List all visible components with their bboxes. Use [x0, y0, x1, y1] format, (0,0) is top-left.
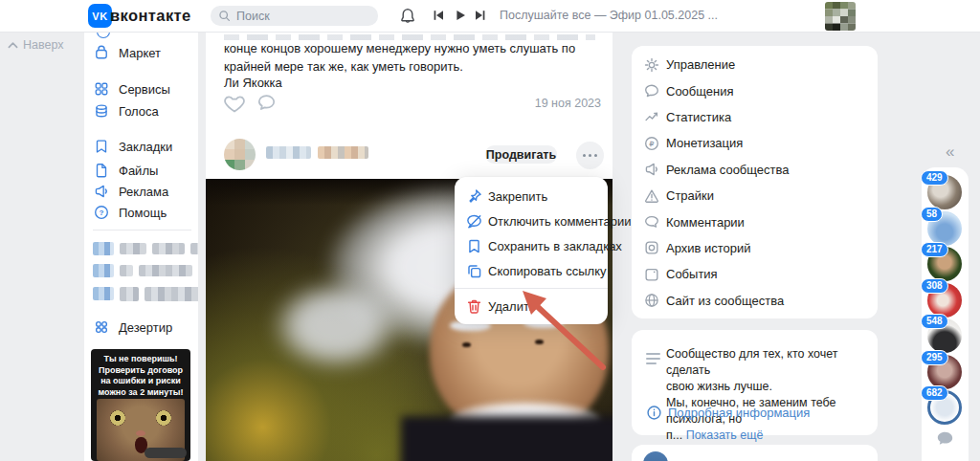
rail-chat-avatar[interactable]: 295: [927, 355, 962, 389]
cut-off-menu-icon: [97, 32, 110, 38]
admin-item-community-site[interactable]: Сайт из сообщества: [632, 288, 878, 314]
admin-item-label: Реклама сообщества: [666, 163, 790, 177]
menu-item-copy-link[interactable]: Скопировать ссылку: [455, 258, 608, 283]
player-play-icon[interactable]: [455, 10, 466, 21]
topbar: VK вконтакте Послушайте все — Эфир 01.05…: [0, 0, 980, 32]
description-tail: п...: [666, 428, 686, 442]
collapse-chevron-icon[interactable]: «: [946, 143, 954, 162]
admin-item-monetization[interactable]: ₽ Монетизация: [632, 130, 878, 156]
blurred-menu-item: [93, 242, 198, 255]
community-description: Сообщество для тех, кто хочет сделать св…: [666, 346, 868, 444]
rail-chat-avatar[interactable]: 58: [927, 211, 962, 246]
menu-item-label: Сохранить в закладках: [488, 239, 622, 253]
ad-banner[interactable]: Ты не поверишь! Проверить договор на оши…: [91, 349, 190, 461]
player-track-title[interactable]: Послушайте все — Эфир 01.05.2025 ...: [500, 9, 718, 22]
rail-chat-avatar[interactable]: 682: [927, 390, 962, 425]
question-circle-icon: ?: [93, 204, 110, 221]
info-circle-icon: [646, 405, 662, 421]
unread-badge: 308: [921, 278, 948, 294]
unread-badge: 682: [921, 385, 948, 401]
vk-logo-text: VK: [92, 11, 107, 22]
rail-chat-avatar[interactable]: 548: [927, 318, 962, 353]
file-icon: [93, 162, 110, 179]
sidebar-item-bookmarks[interactable]: Закладки: [84, 136, 198, 157]
brand-wordmark: вконтакте: [110, 7, 191, 25]
messenger-bubble-icon[interactable]: [937, 431, 953, 446]
search-input[interactable]: [236, 10, 361, 23]
chevron-up-icon: [8, 40, 18, 51]
menu-item-label: Закрепить: [488, 189, 547, 204]
admin-item-community-ads[interactable]: Реклама сообщества: [632, 157, 878, 183]
admin-item-statistics[interactable]: Статистика: [632, 104, 878, 130]
ad-button[interactable]: [145, 448, 187, 458]
back-to-top-label: Наверх: [23, 38, 64, 52]
chat-bubble-icon: [643, 82, 660, 99]
profile-avatar-blurred[interactable]: [825, 2, 856, 31]
sidebar-item-ads[interactable]: Реклама: [84, 181, 198, 202]
admin-item-events[interactable]: События: [632, 261, 878, 287]
sidebar-item-market[interactable]: Маркет: [84, 42, 198, 63]
left-sidebar: Маркет Сервисы Голоса Закладки Файлы Рек…: [84, 32, 198, 461]
messages-rail: 429 58 217 308 548 295 682: [922, 167, 969, 461]
copy-icon: [465, 262, 483, 280]
sidebar-item-label: Файлы: [119, 164, 158, 178]
sidebar-item-voices[interactable]: Голоса: [84, 100, 198, 121]
post-date: 19 ноя 2023: [535, 97, 601, 110]
calendar-icon: [643, 266, 660, 283]
promote-button[interactable]: Продвигать: [485, 145, 557, 164]
vk-logo[interactable]: VK: [88, 4, 112, 28]
sidebar-item-label: Сервисы: [119, 82, 170, 97]
comment-icon[interactable]: [256, 93, 277, 113]
search-box[interactable]: [211, 6, 378, 26]
sidebar-item-label: Дезертир: [119, 320, 172, 335]
post-author-avatar-blurred[interactable]: [224, 139, 256, 170]
like-heart-icon[interactable]: [223, 93, 246, 114]
show-more-link[interactable]: Показать ещё: [686, 428, 764, 442]
admin-item-label: Монетизация: [666, 136, 743, 150]
menu-item-pin[interactable]: Закрепить: [455, 184, 608, 209]
rail-chat-avatar[interactable]: 429: [927, 175, 962, 209]
blurred-author-name: [318, 146, 368, 159]
ruble-circle-icon: ₽: [643, 135, 660, 152]
player-previous-icon[interactable]: [433, 10, 444, 21]
admin-item-comments[interactable]: Комментарии: [632, 209, 878, 234]
rail-chat-avatar[interactable]: 308: [927, 283, 962, 318]
admin-item-label: События: [666, 267, 718, 281]
menu-item-disable-comments[interactable]: Отключить комментарии: [455, 209, 608, 233]
megaphone-icon: [643, 161, 660, 178]
vk-app: VK вконтакте Послушайте все — Эфир 01.05…: [0, 0, 980, 461]
sidebar-item-app-desertir[interactable]: Дезертир: [84, 317, 198, 338]
menu-item-label: Отключить комментарии: [488, 214, 631, 229]
admin-item-manage[interactable]: Управление: [632, 52, 878, 77]
blurred-menu-item: [93, 264, 192, 277]
menu-item-save-bookmark[interactable]: Сохранить в закладках: [455, 233, 608, 258]
sidebar-item-help[interactable]: ? Помощь: [84, 202, 198, 223]
rail-chat-avatar[interactable]: 217: [927, 247, 962, 281]
avatar-mosaic: [825, 2, 856, 31]
avatar-mosaic: [224, 139, 256, 170]
comment-off-icon: [465, 212, 483, 230]
player-next-icon[interactable]: [475, 10, 486, 21]
post-more-button[interactable]: [576, 142, 604, 169]
chart-line-icon: [643, 108, 660, 125]
admin-item-strikes[interactable]: Страйки: [632, 183, 878, 209]
back-to-top[interactable]: Наверх: [8, 38, 64, 52]
warning-triangle-icon: [643, 187, 660, 205]
sidebar-item-label: Голоса: [119, 104, 159, 119]
unread-badge: 295: [921, 350, 948, 365]
admin-item-label: Комментарии: [666, 215, 745, 230]
unread-badge: 217: [921, 242, 948, 257]
sidebar-item-services[interactable]: Сервисы: [84, 78, 198, 99]
gear-icon: [643, 56, 660, 74]
sidebar-item-files[interactable]: Файлы: [84, 160, 198, 181]
admin-item-label: Архив историй: [666, 241, 751, 255]
sidebar-item-label: Реклама: [119, 185, 168, 199]
detailed-info-link[interactable]: Подробная информация: [646, 405, 810, 421]
unread-badge: 429: [921, 170, 948, 186]
unread-badge: 58: [921, 207, 943, 222]
admin-item-stories-archive[interactable]: Архив историй: [632, 235, 878, 261]
trash-icon: [465, 297, 483, 316]
notifications-bell-icon[interactable]: [399, 7, 416, 24]
admin-item-messages[interactable]: Сообщения: [632, 77, 878, 103]
globe-icon: [643, 292, 660, 309]
